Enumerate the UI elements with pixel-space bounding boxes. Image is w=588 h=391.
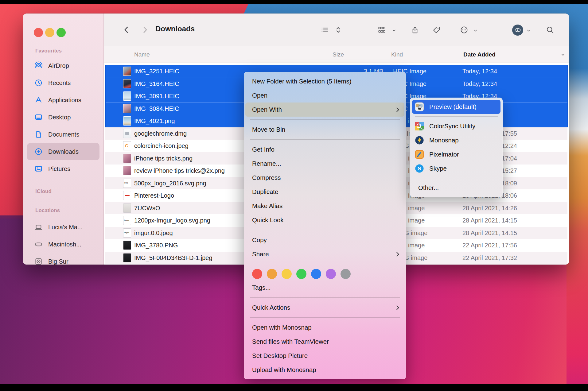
search-icon[interactable]	[546, 26, 554, 34]
column-name[interactable]: Name	[134, 46, 150, 63]
column-size[interactable]: Size	[333, 46, 344, 63]
file-thumbnail	[123, 241, 131, 250]
submenu-item-skype[interactable]: SSkype	[412, 161, 500, 176]
menu-item-upload-with-monosnap[interactable]: Upload with Monosnap	[245, 363, 404, 377]
zoom-button[interactable]	[56, 28, 66, 37]
sidebar-item-airdrop[interactable]: AirDrop	[27, 57, 99, 74]
menu-separator	[250, 119, 400, 120]
file-date-added: Today, 12:34	[462, 65, 497, 78]
sidebar-item-pictures[interactable]: Pictures	[27, 160, 99, 177]
file-name: imgur.0.0.jpeg	[134, 227, 173, 239]
submenu-chevron-icon	[396, 305, 399, 310]
menu-item-set-desktop-picture[interactable]: Set Desktop Picture	[245, 349, 404, 363]
submenu-item-monosnap[interactable]: Monosnap	[412, 133, 500, 147]
menu-item-get-info[interactable]: Get Info	[245, 142, 404, 157]
file-name: iPhone tips tricks.png	[134, 152, 193, 165]
file-thumbnail	[123, 228, 131, 238]
tag-icon[interactable]	[432, 26, 441, 34]
sidebar-item-label: Big Sur	[48, 253, 68, 265]
column-date-added[interactable]: Date Added	[463, 46, 496, 63]
hdd-icon	[34, 240, 43, 249]
file-thumbnail	[123, 141, 131, 150]
tag-color-dot[interactable]	[311, 269, 321, 279]
share-icon[interactable]	[411, 26, 419, 34]
more-options-icon[interactable]	[460, 26, 468, 34]
submenu-item-colorsync-utility[interactable]: ColorSync Utility	[412, 119, 500, 133]
menu-item-make-alias[interactable]: Make Alias	[245, 199, 404, 213]
sort-carets-icon[interactable]	[334, 26, 342, 34]
group-view-icon[interactable]	[378, 26, 386, 34]
tag-color-dot[interactable]	[267, 269, 277, 279]
sort-direction-chevron-icon[interactable]	[561, 52, 565, 57]
menu-item-open[interactable]: Open	[245, 88, 404, 103]
file-name: IMG_3780.PNG	[134, 239, 178, 252]
more-options-chevron-icon[interactable]	[473, 28, 478, 33]
appstore-icon	[34, 96, 43, 104]
menu-item-move-to-bin[interactable]: Move to Bin	[245, 122, 404, 137]
submenu-item-other[interactable]: Other...	[412, 181, 500, 195]
file-date-added: 28 April 2021, 14:15	[462, 227, 517, 239]
close-button[interactable]	[34, 28, 43, 37]
sidebar-item-documents[interactable]: Documents	[27, 126, 99, 143]
forward-button[interactable]	[140, 25, 150, 34]
sidebar-sections: FavouritesAirDropRecentsApplicationsDesk…	[23, 44, 103, 265]
back-button[interactable]	[122, 25, 131, 34]
pixelmator-app-icon	[415, 150, 424, 159]
file-thumbnail	[123, 91, 131, 101]
sidebar-item-label: AirDrop	[48, 57, 69, 74]
sidebar-item-downloads[interactable]: Downloads	[27, 143, 99, 160]
column-divider	[385, 50, 385, 59]
menu-item-open-with-monosnap[interactable]: Open with Monosnap	[245, 320, 404, 335]
view-eye-chevron-icon[interactable]	[526, 28, 531, 33]
tag-color-dot[interactable]	[296, 269, 306, 279]
sidebar-item-desktop[interactable]: Desktop	[27, 109, 99, 126]
sidebar-item-label: Macintosh...	[48, 236, 81, 253]
list-view-icon[interactable]	[321, 26, 329, 34]
sidebar-item-applications[interactable]: Applications	[27, 91, 99, 109]
submenu-chevron-icon	[396, 252, 399, 257]
svg-text:S: S	[418, 166, 421, 172]
toolbar: Downloads	[104, 14, 569, 46]
tag-color-dot[interactable]	[282, 269, 292, 279]
menu-item-compress[interactable]: Compress	[245, 171, 404, 185]
menu-item-copy[interactable]: Copy	[245, 233, 404, 247]
minimize-button[interactable]	[45, 28, 54, 37]
menu-item-tags[interactable]: Tags...	[245, 281, 404, 295]
column-kind[interactable]: Kind	[391, 46, 403, 63]
file-name: IMG_3091.HEIC	[134, 90, 179, 103]
file-thumbnail	[123, 216, 131, 225]
menu-item-quick-actions[interactable]: Quick Actions	[245, 300, 404, 315]
file-thumbnail	[123, 129, 131, 138]
menu-item-share[interactable]: Share	[245, 247, 404, 261]
sidebar-section-title: iCloud	[35, 188, 103, 195]
view-eye-icon[interactable]	[512, 25, 523, 36]
submenu-item-pixelmator[interactable]: Pixelmator	[412, 147, 500, 161]
tag-color-dot[interactable]	[252, 269, 262, 279]
monosnap-app-icon	[415, 136, 424, 145]
tag-color-dot[interactable]	[341, 269, 351, 279]
menu-item-quick-look[interactable]: Quick Look	[245, 213, 404, 227]
menu-item-open-with[interactable]: Open With	[245, 103, 404, 117]
desktop-wallpaper: FavouritesAirDropRecentsApplicationsDesk…	[0, 4, 588, 384]
tag-color-dot[interactable]	[326, 269, 336, 279]
menu-item-new-folder-with-selection-5-items[interactable]: New Folder with Selection (5 Items)	[245, 74, 404, 88]
group-view-chevron-icon[interactable]	[392, 28, 396, 33]
menu-item-rename[interactable]: Rename...	[245, 157, 404, 171]
file-date-added: Today, 12:34	[462, 78, 497, 90]
document-icon	[34, 130, 43, 139]
menu-item-duplicate[interactable]: Duplicate	[245, 185, 404, 199]
laptop-icon	[34, 223, 43, 231]
submenu-chevron-icon	[396, 107, 399, 112]
sidebar-item-label: Pictures	[48, 160, 70, 177]
sidebar-item-big-sur[interactable]: Big Sur	[27, 253, 99, 265]
submenu-item-preview-default[interactable]: Preview (default)	[412, 100, 500, 114]
file-thumbnail	[123, 203, 131, 213]
file-name: googlechrome.dmg	[134, 127, 187, 140]
sidebar-section-icloud: iCloud	[23, 188, 103, 195]
sidebar-item-lucia-s-ma[interactable]: Lucia's Ma...	[27, 219, 99, 236]
menu-separator	[415, 178, 498, 178]
sidebar-item-macintosh[interactable]: Macintosh...	[27, 236, 99, 253]
menu-item-send-files-with-teamviewer[interactable]: Send files with TeamViewer	[245, 335, 404, 349]
menu-separator	[415, 116, 498, 117]
sidebar-item-recents[interactable]: Recents	[27, 74, 99, 91]
